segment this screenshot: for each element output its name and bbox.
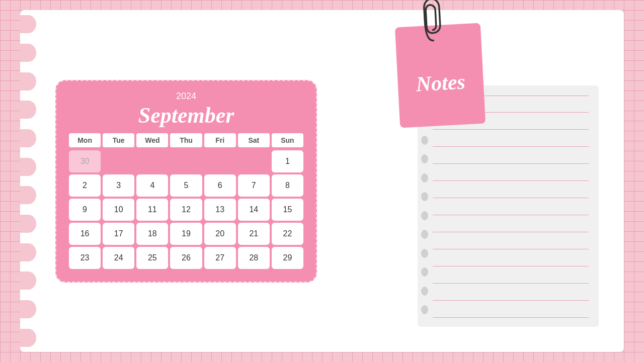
calendar-year: 2024 <box>69 91 303 102</box>
day-cell[interactable]: 16 <box>69 223 101 245</box>
ring-hole <box>20 72 36 90</box>
note-line <box>433 130 589 147</box>
spiral-dot <box>421 267 428 277</box>
torn-edge <box>20 10 45 352</box>
day-cell[interactable]: 21 <box>238 223 270 245</box>
spiral-dot <box>421 136 428 145</box>
note-line <box>433 232 589 249</box>
calendar-grid: Mon Tue Wed Thu Fri Sat Sun 30 1 <box>69 133 303 269</box>
day-cell[interactable]: 23 <box>69 247 101 269</box>
day-cell[interactable]: 11 <box>136 199 168 221</box>
day-cell-empty <box>238 150 270 172</box>
day-cell[interactable]: 9 <box>69 199 101 221</box>
calendar-weekdays: Mon Tue Wed Thu Fri Sat Sun <box>69 133 303 147</box>
spiral-dot <box>421 211 428 220</box>
weekday-fri: Fri <box>204 133 236 147</box>
weekday-sun: Sun <box>272 133 303 147</box>
weekday-tue: Tue <box>103 133 134 147</box>
day-cell-empty <box>170 150 202 172</box>
weekday-sat: Sat <box>238 133 270 147</box>
day-cell[interactable]: 20 <box>204 223 236 245</box>
day-cell-empty <box>103 150 134 172</box>
notes-title: Notes <box>416 69 466 96</box>
day-cell[interactable]: 27 <box>204 247 236 269</box>
day-cell-empty <box>204 150 236 172</box>
paperclip-icon <box>421 0 444 44</box>
main-paper: 2024 September Mon Tue Wed Thu Fri Sat S… <box>20 10 624 352</box>
day-cell[interactable]: 28 <box>238 247 270 269</box>
note-line <box>433 164 589 181</box>
day-cell[interactable]: 19 <box>170 223 202 245</box>
calendar-days: 30 1 2 3 4 5 6 7 8 9 10 <box>69 150 303 269</box>
ring-hole <box>20 101 36 119</box>
note-line <box>433 147 589 164</box>
note-line <box>433 198 589 215</box>
day-cell[interactable]: 22 <box>272 223 303 245</box>
day-cell[interactable]: 15 <box>272 199 303 221</box>
spiral-dot <box>421 173 428 183</box>
day-cell[interactable]: 4 <box>136 174 168 197</box>
calendar-month: September <box>69 103 303 128</box>
calendar-section: 2024 September Mon Tue Wed Thu Fri Sat S… <box>55 80 317 283</box>
day-cell[interactable]: 5 <box>170 174 202 197</box>
spiral-dot <box>421 154 428 163</box>
day-cell[interactable]: 1 <box>272 150 303 172</box>
note-line <box>433 284 589 301</box>
ring-hole <box>20 272 36 290</box>
spiral-dot <box>421 305 428 314</box>
day-cell[interactable]: 26 <box>170 247 202 269</box>
note-line <box>433 301 589 318</box>
sticky-note: Notes <box>395 23 486 128</box>
weekday-mon: Mon <box>69 133 101 147</box>
ring-hole <box>20 158 36 176</box>
day-cell[interactable]: 7 <box>238 174 270 197</box>
spiral-dot <box>421 249 428 258</box>
ring-hole <box>20 15 36 33</box>
notes-section: Notes <box>387 35 599 327</box>
day-cell[interactable]: 3 <box>103 174 134 197</box>
day-cell-empty <box>136 150 168 172</box>
note-line <box>433 249 589 266</box>
ring-hole <box>20 186 36 204</box>
day-cell[interactable]: 17 <box>103 223 134 245</box>
notepad-lines <box>433 96 589 327</box>
day-cell[interactable]: 6 <box>204 174 236 197</box>
ring-hole <box>20 300 36 318</box>
ring-hole <box>20 129 36 147</box>
day-cell[interactable]: 24 <box>103 247 134 269</box>
note-line <box>433 215 589 232</box>
day-cell[interactable]: 12 <box>170 199 202 221</box>
spiral-dot <box>421 230 428 239</box>
day-cell[interactable]: 2 <box>69 174 101 197</box>
ring-hole <box>20 329 36 347</box>
day-cell[interactable]: 13 <box>204 199 236 221</box>
spiral-dot <box>421 287 428 296</box>
day-cell[interactable]: 14 <box>238 199 270 221</box>
day-cell[interactable]: 10 <box>103 199 134 221</box>
calendar-header: 2024 September <box>69 91 303 128</box>
day-cell[interactable]: 25 <box>136 247 168 269</box>
ring-hole <box>20 215 36 233</box>
note-line <box>433 318 589 327</box>
day-cell[interactable]: 30 <box>69 150 101 172</box>
weekday-thu: Thu <box>170 133 202 147</box>
note-line <box>433 266 589 284</box>
day-cell[interactable]: 8 <box>272 174 303 197</box>
day-cell[interactable]: 29 <box>272 247 303 269</box>
calendar-container: 2024 September Mon Tue Wed Thu Fri Sat S… <box>55 80 317 283</box>
day-cell[interactable]: 18 <box>136 223 168 245</box>
weekday-wed: Wed <box>136 133 168 147</box>
note-line <box>433 181 589 198</box>
ring-hole <box>20 44 36 62</box>
spiral-dot <box>421 192 428 201</box>
ring-hole <box>20 243 36 261</box>
